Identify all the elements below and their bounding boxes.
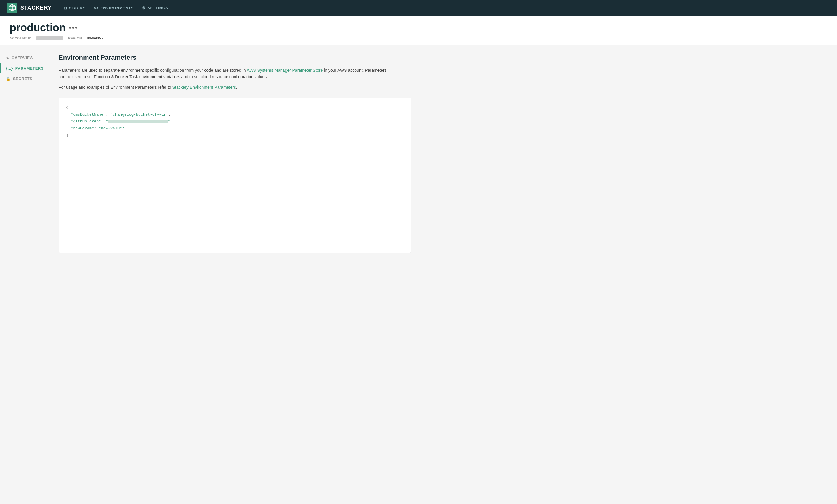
aws-ssm-link[interactable]: AWS Systems Manager Parameter Store xyxy=(247,68,323,73)
page-options-button[interactable]: ••• xyxy=(69,23,78,32)
sidebar-item-overview[interactable]: ∿ OVERVIEW xyxy=(0,53,48,63)
section-title: Environment Parameters xyxy=(58,54,826,61)
account-id-value xyxy=(36,36,63,40)
code-line-2: "githubToken": "", xyxy=(66,118,404,125)
navbar-links: ⊟ STACKS <> ENVIRONMENTS ⚙ SETTINGS xyxy=(64,6,168,10)
code-line-1: "cmsBucketName": "changelog-bucket-of-wi… xyxy=(66,111,404,118)
environments-icon: <> xyxy=(94,6,99,10)
page-title: production xyxy=(10,21,66,34)
stacks-icon: ⊟ xyxy=(64,6,67,10)
parameters-icon: {…} xyxy=(6,66,13,71)
description-paragraph-1: Parameters are used to separate environm… xyxy=(58,67,387,80)
sidebar-item-secrets[interactable]: 🔒 SECRETS xyxy=(0,73,48,84)
page-header: production ••• ACCOUNT ID REGION us-west… xyxy=(0,16,837,46)
main-content: Environment Parameters Parameters are us… xyxy=(48,46,837,504)
brand-name: STACKERY xyxy=(20,5,52,11)
page-layout: ∿ OVERVIEW {…} PARAMETERS 🔒 SECRETS Envi… xyxy=(0,46,837,504)
sidebar-item-parameters[interactable]: {…} PARAMETERS xyxy=(0,63,48,73)
stackery-params-link[interactable]: Stackery Environment Parameters xyxy=(173,85,236,90)
nav-stacks[interactable]: ⊟ STACKS xyxy=(64,6,86,10)
secrets-icon: 🔒 xyxy=(6,77,11,81)
description-paragraph-2: For usage and examples of Environment Pa… xyxy=(58,84,387,91)
logo-icon xyxy=(7,3,17,13)
code-open-bracket: { xyxy=(66,104,404,111)
brand-logo[interactable]: STACKERY xyxy=(7,3,52,13)
github-token-redacted xyxy=(108,120,168,123)
region-label: REGION xyxy=(68,36,82,40)
overview-icon: ∿ xyxy=(6,56,9,60)
code-line-3: "newParam": "new-value" xyxy=(66,125,404,132)
sidebar: ∿ OVERVIEW {…} PARAMETERS 🔒 SECRETS xyxy=(0,46,48,504)
code-close-bracket: } xyxy=(66,132,404,139)
nav-environments[interactable]: <> ENVIRONMENTS xyxy=(94,6,133,10)
region-value: us-west-2 xyxy=(87,36,103,40)
account-id-label: ACCOUNT ID xyxy=(10,36,32,40)
page-meta: ACCOUNT ID REGION us-west-2 xyxy=(10,36,827,40)
nav-settings[interactable]: ⚙ SETTINGS xyxy=(142,6,168,10)
navbar: STACKERY ⊟ STACKS <> ENVIRONMENTS ⚙ SETT… xyxy=(0,0,837,16)
settings-icon: ⚙ xyxy=(142,6,146,10)
code-editor[interactable]: { "cmsBucketName": "changelog-bucket-of-… xyxy=(58,98,411,253)
